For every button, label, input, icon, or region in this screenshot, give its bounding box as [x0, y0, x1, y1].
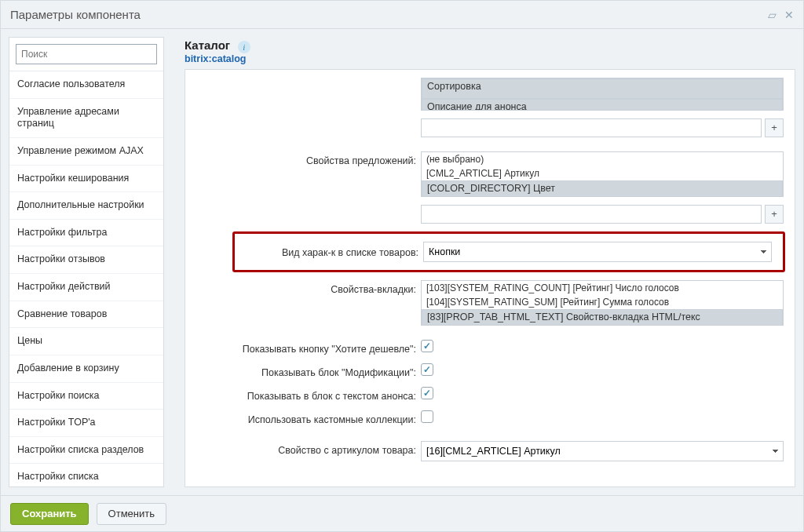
label: Показывать блок "Модификации": [185, 363, 421, 379]
save-button[interactable]: Сохранить [10, 503, 89, 525]
listbox-option[interactable]: [83][PROP_TAB_HTML_TEXT] Свойство-вкладк… [422, 309, 783, 326]
listbox-option[interactable]: [CML2_ARTICLE] Артикул [422, 166, 783, 180]
close-icon[interactable]: ✕ [784, 9, 794, 21]
row-sort: СортировкаОписание для анонса [185, 78, 788, 111]
tab-props-listbox[interactable]: [103][SYSTEM_RATING_COUNT] [Рейтинг] Чис… [421, 280, 784, 326]
dialog-body: Согласие пользователяУправление адресами… [1, 29, 803, 495]
label: Свойства-вкладки: [185, 280, 421, 296]
sidebar-item[interactable]: Управление режимом AJAX [9, 138, 163, 166]
show-mods-checkbox[interactable] [421, 363, 433, 376]
offer-props-listbox[interactable]: (не выбрано)[CML2_ARTICLE] Артикул[COLOR… [421, 151, 784, 197]
sidebar: Согласие пользователяУправление адресами… [1, 29, 172, 495]
sidebar-item[interactable]: Настройки кеширования [9, 166, 163, 193]
sidebar-item[interactable]: Настройки TOP'а [9, 410, 163, 437]
add-button[interactable]: + [765, 205, 784, 224]
label: Использовать кастомные коллекции: [185, 410, 421, 426]
footer: Сохранить Отменить [1, 495, 803, 531]
sidebar-item[interactable]: Настройки списка разделов [9, 437, 163, 465]
article-prop-select[interactable]: [16][CML2_ARTICLE] Артикул [421, 441, 784, 461]
control: СортировкаОписание для анонса [421, 78, 788, 111]
offer-extra-input[interactable] [421, 205, 762, 224]
sidebar-item[interactable]: Настройки списка [9, 464, 163, 486]
sidebar-item[interactable]: Настройки действий [9, 274, 163, 301]
main-area: Каталог i bitrix:catalog СортировкаОписа… [172, 29, 803, 495]
row-show-announce: Показывать в блок с текстом анонса: [185, 387, 788, 403]
expand-icon[interactable]: ▱ [768, 9, 777, 21]
sidebar-nav[interactable]: Согласие пользователяУправление адресами… [9, 71, 163, 486]
label: Показывать в блок с текстом анонса: [185, 387, 421, 403]
titlebar: Параметры компонента ▱ ✕ [1, 1, 803, 29]
listbox-option[interactable]: Описание для анонса [422, 99, 783, 111]
sidebar-item[interactable]: Сравнение товаров [9, 301, 163, 329]
row-show-cheaper: Показывать кнопку "Хотите дешевле": [185, 340, 788, 355]
sidebar-panel: Согласие пользователяУправление адресами… [9, 37, 164, 487]
sort-extra-input[interactable] [421, 118, 762, 137]
component-code: bitrix:catalog [185, 53, 795, 64]
label: Свойство с артикулом товара: [185, 441, 421, 457]
row-offer-extra: + [185, 205, 788, 224]
row-custom-collections: Использовать кастомные коллекции: [185, 410, 788, 426]
titlebar-controls: ▱ ✕ [768, 9, 794, 21]
settings-scroll[interactable]: СортировкаОписание для анонса + Свойства… [185, 69, 795, 487]
row-tab-props: Свойства-вкладки: [103][SYSTEM_RATING_CO… [185, 280, 788, 326]
search-input[interactable] [16, 44, 157, 64]
sidebar-item[interactable]: Дополнительные настройки [9, 192, 163, 220]
row-sort-extra: + [185, 118, 788, 137]
listbox-option[interactable]: (не выбрано) [422, 152, 783, 166]
label [185, 78, 421, 81]
page-title: Каталог [185, 38, 230, 52]
show-cheaper-checkbox[interactable] [421, 340, 433, 352]
row-char-view-highlight: Вид харак-к в списке товаров: Кнопки [232, 231, 785, 272]
sidebar-item[interactable]: Добавление в корзину [9, 355, 163, 383]
sidebar-item[interactable]: Управление адресами страниц [9, 99, 163, 138]
add-button[interactable]: + [765, 118, 784, 137]
sidebar-item[interactable]: Настройки отзывов [9, 246, 163, 274]
row-article-prop: Свойство с артикулом товара: [16][CML2_A… [185, 441, 788, 461]
sidebar-item[interactable]: Настройки поиска [9, 383, 163, 410]
char-view-select[interactable]: Кнопки [423, 242, 772, 262]
heading: Каталог i bitrix:catalog [185, 38, 795, 64]
label: Показывать кнопку "Хотите дешевле": [185, 340, 421, 355]
sidebar-item[interactable]: Согласие пользователя [9, 71, 163, 99]
row-show-mods: Показывать блок "Модификации": [185, 363, 788, 379]
window-title: Параметры компонента [10, 8, 141, 21]
component-params-window: Параметры компонента ▱ ✕ Согласие пользо… [0, 0, 804, 532]
info-icon[interactable]: i [238, 41, 250, 53]
cancel-button[interactable]: Отменить [97, 503, 166, 525]
sidebar-item[interactable]: Настройки фильтра [9, 220, 163, 247]
listbox-option[interactable]: [104][SYSTEM_RATING_SUM] [Рейтинг] Сумма… [422, 295, 783, 309]
search-wrap [9, 38, 163, 71]
show-announce-checkbox[interactable] [421, 387, 433, 399]
sort-listbox[interactable]: СортировкаОписание для анонса [421, 78, 784, 111]
custom-collections-checkbox[interactable] [421, 410, 433, 423]
listbox-option[interactable]: [103][SYSTEM_RATING_COUNT] [Рейтинг] Чис… [422, 281, 783, 295]
label: Вид харак-к в списке товаров: [235, 243, 423, 259]
listbox-option[interactable]: [COLOR_DIRECTORY] Цвет [422, 180, 783, 197]
listbox-option[interactable]: Сортировка [422, 78, 783, 99]
sidebar-item[interactable]: Цены [9, 328, 163, 355]
row-offer-props: Свойства предложений: (не выбрано)[CML2_… [185, 151, 788, 197]
label: Свойства предложений: [185, 151, 421, 167]
